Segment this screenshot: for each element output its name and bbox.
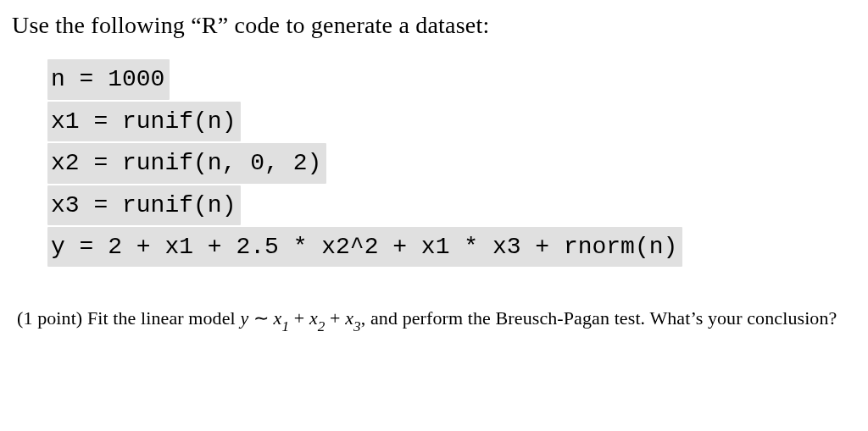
code-text: x1 = runif(n) <box>47 102 241 141</box>
sub3: 3 <box>353 318 361 334</box>
model-y: y <box>240 307 248 329</box>
sub2: 2 <box>318 318 326 334</box>
question-part1: Fit the linear model <box>87 307 241 329</box>
tilde: ∼ <box>253 307 269 329</box>
model-x1: x <box>274 307 282 329</box>
intro-text: Use the following “R” code to generate a… <box>12 10 856 41</box>
code-line-1: n = 1000 <box>47 59 856 99</box>
code-block: n = 1000 x1 = runif(n) x2 = runif(n, 0, … <box>47 59 856 267</box>
code-line-2: x1 = runif(n) <box>47 102 856 141</box>
code-text: y = 2 + x1 + 2.5 * x2^2 + x1 * x3 + rnor… <box>47 227 682 267</box>
code-text: n = 1000 <box>47 59 170 99</box>
code-text: x3 = runif(n) <box>47 185 241 225</box>
sub1: 1 <box>281 318 289 334</box>
plus2: + <box>330 307 341 329</box>
code-line-3: x2 = runif(n, 0, 2) <box>47 143 856 183</box>
plus1: + <box>294 307 305 329</box>
model-x3: x <box>345 307 353 329</box>
question-part2: , and perform the Breusch-Pagan test. Wh… <box>361 307 837 329</box>
code-line-5: y = 2 + x1 + 2.5 * x2^2 + x1 * x3 + rnor… <box>47 227 856 267</box>
code-text: x2 = runif(n, 0, 2) <box>47 143 326 183</box>
code-line-4: x3 = runif(n) <box>47 185 856 225</box>
points-label: (1 point) <box>17 307 82 329</box>
question-text: (1 point) Fit the linear model y ∼ x1 + … <box>17 306 851 334</box>
model-x2: x <box>309 307 318 329</box>
